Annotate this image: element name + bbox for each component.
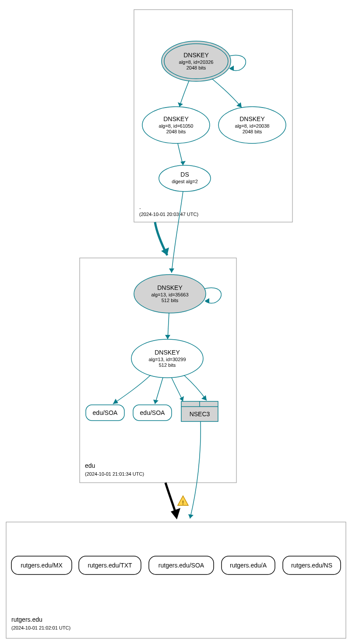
edu-ksk-node[interactable]: DNSKEY alg=13, id=35663 512 bits (134, 275, 206, 313)
edu-soa-2[interactable]: edu/SOA (133, 405, 172, 421)
edge-edu-zsk-soa1 (113, 375, 151, 404)
edu-zsk-title: DNSKEY (155, 349, 180, 356)
root-ksk-line1: alg=8, id=20326 (179, 59, 214, 65)
target-rr-1[interactable]: rutgers.edu/TXT (79, 556, 141, 574)
edu-soa-2-label: edu/SOA (140, 409, 165, 416)
edge-edu-zsk-nsec3b (184, 375, 207, 400)
edge-root-ksk-extra-arrow (236, 102, 242, 108)
edge-nsec3-target (190, 421, 201, 519)
root-ksk-node[interactable]: DNSKEY alg=8, id=20326 2048 bits (162, 41, 231, 81)
edu-nsec3-label: NSEC3 (190, 411, 210, 418)
edge-root-zsk-ds-arrow (180, 161, 186, 165)
target-rr-0[interactable]: rutgers.edu/MX (11, 556, 72, 574)
root-zsk-line1: alg=8, id=61050 (159, 123, 194, 129)
target-rr-0-label: rutgers.edu/MX (21, 562, 63, 569)
zone-target-box (6, 522, 346, 638)
root-ksk-title: DNSKEY (183, 52, 209, 59)
root-extrakey-node[interactable]: DNSKEY alg=8, id=20038 2048 bits (218, 107, 286, 143)
edge-edu-zsk-nsec3b-arrow (201, 395, 207, 400)
target-rr-4[interactable]: rutgers.edu/NS (283, 556, 341, 574)
edge-edu-ksk-zsk-arrow (165, 335, 170, 339)
edge-ds-eduksk (172, 191, 183, 273)
root-ds-title: DS (180, 171, 189, 178)
root-extrakey-title: DNSKEY (239, 115, 265, 122)
root-ds-line1: digest alg=2 (172, 179, 198, 184)
edge-edu-zsk-nsec3a-arrow (180, 396, 184, 401)
svg-text:!: ! (182, 499, 184, 506)
root-extrakey-line2: 2048 bits (243, 129, 262, 134)
edu-zsk-line2: 512 bits (159, 362, 176, 368)
target-rr-3[interactable]: rutgers.edu/A (222, 556, 275, 574)
svg-point-4 (159, 165, 211, 191)
target-rr-2[interactable]: rutgers.edu/SOA (149, 556, 214, 574)
target-rr-3-label: rutgers.edu/A (230, 562, 267, 569)
zone-root-label: . (139, 203, 141, 210)
edge-edu-zsk-soa2-arrow (153, 400, 158, 404)
root-ds-node[interactable]: DS digest alg=2 (159, 165, 211, 191)
target-rr-4-label: rutgers.edu/NS (291, 562, 332, 569)
edu-ksk-line1: alg=13, id=35663 (151, 292, 188, 297)
zone-target-timestamp: (2024-10-01 21:02:01 UTC) (11, 625, 70, 630)
zone-edu-timestamp: (2024-10-01 21:01:34 UTC) (85, 471, 144, 477)
target-rr-2-label: rutgers.edu/SOA (158, 562, 204, 569)
edge-edu-zsk-soa1-arrow (113, 399, 118, 404)
root-zsk-line2: 2048 bits (166, 129, 186, 134)
edge-ds-eduksk-arrow (169, 268, 174, 273)
zone-root-timestamp: (2024-10-01 20:03:47 UTC) (139, 212, 198, 217)
root-extrakey-line1: alg=8, id=20038 (235, 123, 270, 129)
edu-nsec3[interactable]: NSEC3 (181, 401, 218, 421)
edge-edu-zsk-soa2 (155, 378, 163, 404)
edu-soa-1[interactable]: edu/SOA (86, 405, 124, 421)
warning-icon: ! (178, 496, 188, 506)
edu-soa-1-label: edu/SOA (93, 409, 118, 416)
edu-zsk-line1: alg=13, id=30299 (148, 357, 186, 362)
edge-nsec3-target-arrow (188, 514, 194, 519)
edu-ksk-line2: 512 bits (162, 298, 179, 303)
root-zsk-node[interactable]: DNSKEY alg=8, id=61050 2048 bits (142, 107, 210, 143)
edge-root-ksk-zsk (180, 80, 189, 107)
dnssec-diagram: . (2024-10-01 20:03:47 UTC) DNSKEY alg=8… (0, 0, 352, 644)
target-rr-1-label: rutgers.edu/TXT (88, 562, 132, 569)
zone-target-label: rutgers.edu (11, 616, 42, 623)
edu-zsk-node[interactable]: DNSKEY alg=13, id=30299 512 bits (131, 339, 203, 378)
edge-root-ksk-extra (212, 79, 242, 108)
root-zsk-title: DNSKEY (163, 115, 189, 122)
edu-ksk-title: DNSKEY (157, 284, 183, 291)
root-ksk-line2: 2048 bits (187, 65, 206, 70)
zone-edu-label: edu (85, 462, 95, 469)
